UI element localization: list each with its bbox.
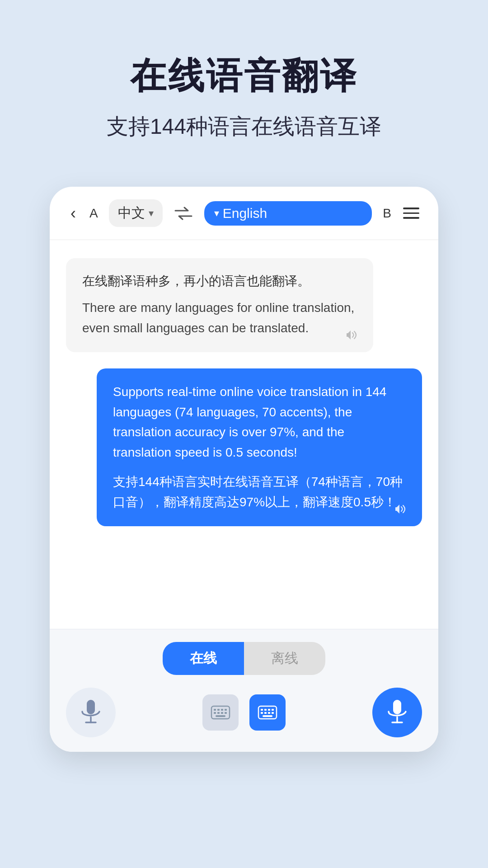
menu-line-2 [403, 212, 419, 214]
translated-text: There are many languages for online tran… [82, 298, 357, 339]
nav-bar: ‹ A 中文 ▾ ▾ English B [50, 187, 438, 240]
svg-rect-14 [261, 709, 263, 711]
svg-rect-7 [225, 709, 227, 711]
lang-b-label: B [383, 206, 391, 221]
bottom-actions [66, 688, 422, 737]
right-translation-bubble: Supports real-time online voice translat… [97, 368, 422, 526]
right-speaker-icon[interactable] [395, 503, 409, 515]
svg-rect-10 [221, 712, 223, 714]
svg-rect-18 [261, 712, 263, 714]
sub-title: 支持144种语言在线语音互译 [27, 111, 461, 142]
svg-rect-17 [272, 709, 274, 711]
svg-rect-4 [214, 709, 216, 711]
svg-rect-15 [264, 709, 267, 711]
lang-a-label: A [89, 206, 98, 221]
chat-area: 在线翻译语种多，再小的语言也能翻译。 There are many langua… [50, 240, 438, 629]
menu-line-3 [403, 217, 419, 219]
speaker-icon[interactable] [346, 329, 361, 341]
svg-rect-12 [216, 715, 225, 717]
svg-rect-9 [217, 712, 220, 714]
mode-toggle-row: 在线 离线 [66, 642, 422, 675]
phone-card: ‹ A 中文 ▾ ▾ English B 在线翻译语种多，再小的语言也能翻译。 … [50, 187, 438, 752]
svg-rect-22 [263, 715, 272, 717]
back-button[interactable]: ‹ [66, 202, 80, 225]
mic-icon-left [80, 699, 102, 726]
left-mic-button[interactable] [66, 688, 116, 737]
keyboard-grey-button[interactable] [202, 694, 239, 731]
source-lang-selector[interactable]: 中文 ▾ [109, 199, 163, 227]
svg-rect-21 [272, 712, 274, 714]
right-text-chinese: 支持144种语言实时在线语音互译（74种语言，70种口音），翻译精度高达97%以… [113, 472, 406, 513]
svg-rect-6 [221, 709, 223, 711]
chevron-down-icon: ▾ [149, 208, 154, 219]
swap-languages-button[interactable] [172, 202, 195, 225]
svg-rect-19 [264, 712, 267, 714]
source-text: 在线翻译语种多，再小的语言也能翻译。 [82, 272, 357, 291]
keyboard-area [202, 694, 286, 731]
svg-rect-23 [393, 700, 401, 714]
left-translation-bubble: 在线翻译语种多，再小的语言也能翻译。 There are many langua… [66, 258, 373, 352]
svg-rect-20 [268, 712, 270, 714]
keyboard-blue-button[interactable] [249, 694, 286, 731]
main-title: 在线语音翻译 [27, 54, 461, 98]
svg-rect-16 [268, 709, 270, 711]
offline-mode-button[interactable]: 离线 [244, 642, 325, 675]
svg-rect-8 [214, 712, 216, 714]
right-mic-button[interactable] [372, 688, 422, 737]
right-text-english: Supports real-time online voice translat… [113, 382, 406, 463]
target-lang-selector[interactable]: ▾ English [204, 201, 372, 226]
swap-icon [174, 207, 193, 220]
menu-line-1 [403, 208, 419, 209]
keyboard-icon-grey [211, 705, 230, 720]
header-section: 在线语音翻译 支持144种语言在线语音互译 [0, 0, 488, 169]
mic-icon-right [386, 699, 408, 726]
menu-button[interactable] [400, 205, 422, 222]
svg-rect-0 [87, 700, 95, 714]
svg-rect-11 [225, 712, 227, 714]
bottom-bar: 在线 离线 [50, 629, 438, 752]
keyboard-icon-blue [258, 705, 277, 720]
source-lang-text: 中文 [118, 204, 145, 222]
svg-rect-5 [217, 709, 220, 711]
online-mode-button[interactable]: 在线 [163, 642, 244, 675]
target-lang-text: English [223, 206, 267, 221]
